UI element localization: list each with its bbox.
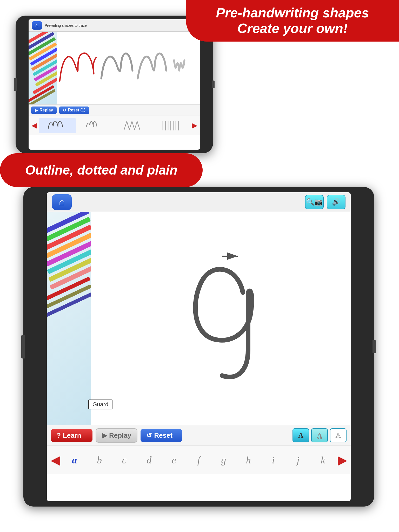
font-btn-dotted[interactable]: A xyxy=(311,428,328,442)
drawing-area-bottom: Guard xyxy=(47,212,351,425)
font-a-outline: A xyxy=(336,431,341,440)
shape-thumb-4[interactable] xyxy=(153,118,190,133)
sound-icon: 🔊 xyxy=(332,198,340,206)
header-icons-right: 🔍📷 🔊 xyxy=(305,195,345,209)
letter-display xyxy=(83,228,351,425)
font-buttons: A A A xyxy=(292,428,347,442)
font-a-solid: A xyxy=(298,431,303,440)
alpha-i[interactable]: i xyxy=(262,454,285,466)
ipad-bottom-right-btn xyxy=(373,340,376,353)
replay-icon-bottom: ▶ xyxy=(102,431,107,440)
top-screen-header: ⌂ Prewriting shapes to trace xyxy=(29,19,200,32)
cursive-canvas xyxy=(49,34,200,104)
shape-thumb-2[interactable] xyxy=(77,118,114,133)
camera-icon: 🔍📷 xyxy=(306,198,323,206)
ipad-top-screen: ⌂ Prewriting shapes to trace xyxy=(29,19,200,150)
alpha-g[interactable]: g xyxy=(212,454,235,466)
middle-banner: Outline, dotted and plain xyxy=(0,153,203,187)
shapes-strip: ◀ xyxy=(29,116,200,135)
reset-button-bottom[interactable]: ↺ Reset xyxy=(141,429,182,442)
home-icon: ⌂ xyxy=(35,22,38,28)
question-icon: ? xyxy=(57,431,61,440)
play-icon: ▶ xyxy=(35,108,38,113)
strip-right-arrow[interactable]: ▶ xyxy=(191,122,198,130)
strip-left-arrow[interactable]: ◀ xyxy=(31,122,38,130)
reset-icon-bottom: ↺ xyxy=(146,431,152,440)
ipad-top-right-btn xyxy=(212,81,215,88)
learn-button[interactable]: ? Learn xyxy=(51,429,92,442)
alpha-j[interactable]: j xyxy=(287,454,310,466)
alpha-e[interactable]: e xyxy=(162,454,186,466)
reset-button-top[interactable]: ↺ Reset (1) xyxy=(59,107,89,114)
bottom-screen-header: ⌂ 🔍📷 🔊 xyxy=(47,192,351,212)
alpha-a[interactable]: a xyxy=(63,454,86,466)
font-a-dotted: A xyxy=(317,431,322,440)
font-btn-outline[interactable]: A xyxy=(330,428,347,442)
guard-label: Guard xyxy=(88,400,112,409)
home-button-large[interactable]: ⌂ xyxy=(52,194,72,210)
top-banner-text: Pre-handwriting shapes Create your own! xyxy=(216,5,369,36)
alpha-c[interactable]: c xyxy=(112,454,136,466)
font-btn-filled[interactable]: A xyxy=(292,428,309,442)
shape-thumb-3[interactable] xyxy=(115,118,152,133)
drawing-area-top xyxy=(29,32,200,104)
ipad-top: ⌂ Prewriting shapes to trace xyxy=(16,16,213,153)
camera-button[interactable]: 🔍📷 xyxy=(305,195,324,209)
reset-icon: ↺ xyxy=(63,108,66,113)
replay-button-top[interactable]: ▶ Replay xyxy=(31,107,57,114)
sound-button[interactable]: 🔊 xyxy=(327,195,345,209)
alpha-h[interactable]: h xyxy=(237,454,260,466)
ipad-bottom-left-btn xyxy=(21,335,25,358)
header-title-small: Prewriting shapes to trace xyxy=(45,23,87,28)
replay-button-bottom[interactable]: ▶ Replay xyxy=(96,428,137,443)
alpha-d[interactable]: d xyxy=(137,454,161,466)
alpha-right-arrow[interactable]: ▶ xyxy=(336,454,348,467)
middle-banner-text: Outline, dotted and plain xyxy=(25,163,177,178)
home-button-small[interactable]: ⌂ xyxy=(32,21,42,30)
home-icon-large: ⌂ xyxy=(59,196,65,208)
alpha-left-arrow[interactable]: ◀ xyxy=(49,454,61,467)
btn-strip-top: ▶ Replay ↺ Reset (1) xyxy=(29,104,200,116)
top-banner: Pre-handwriting shapes Create your own! xyxy=(186,0,399,42)
ipad-bottom: ⌂ 🔍📷 🔊 xyxy=(23,187,374,507)
ipad-top-left-btn xyxy=(14,78,17,91)
btn-strip-bottom: ? Learn ▶ Replay ↺ Reset A A A xyxy=(47,425,351,446)
shape-thumb-1[interactable] xyxy=(39,118,76,133)
alphabet-strip: ◀ a b c d e f g h i j k ▶ xyxy=(47,446,351,474)
alpha-k[interactable]: k xyxy=(311,454,335,466)
alpha-b[interactable]: b xyxy=(88,454,111,466)
alpha-f[interactable]: f xyxy=(187,454,210,466)
ipad-bottom-screen: ⌂ 🔍📷 🔊 xyxy=(47,192,351,501)
